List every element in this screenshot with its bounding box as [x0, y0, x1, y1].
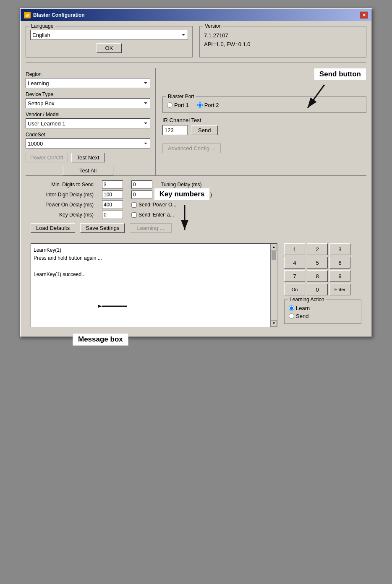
key-delay-input[interactable] — [102, 211, 123, 219]
send-power-checkbox[interactable] — [131, 202, 137, 208]
min-digits-label: Min. Digits to Send — [31, 182, 94, 188]
language-group-title: Language — [29, 23, 55, 29]
test-next-button[interactable]: Test Next — [71, 153, 105, 162]
save-settings-button[interactable]: Save Settings — [80, 223, 125, 233]
send-power-checkbox-label[interactable]: Send 'Power O... — [131, 202, 176, 208]
language-select[interactable]: English French German Spanish — [30, 30, 188, 40]
blaster-port-title: Blaster Port — [166, 94, 196, 99]
divider-bottom — [31, 238, 361, 238]
close-button[interactable]: ✕ — [360, 11, 368, 19]
device-type-select[interactable]: Settop Box TV DVD — [26, 98, 150, 108]
key-numbers-annotation-label: Key numbers — [159, 190, 205, 198]
advanced-config-button[interactable]: Advanced Config ... — [162, 143, 221, 153]
button-row: Power On/Off Test Next — [26, 153, 150, 162]
divider-top — [26, 63, 366, 63]
ir-channel-label: IR Channel Test — [162, 117, 366, 123]
scroll-track — [271, 250, 277, 320]
send-arrow-svg — [299, 81, 333, 114]
keypad-area: 1 2 3 4 5 6 7 8 9 On 0 Enter — [277, 243, 361, 327]
key-on[interactable]: On — [284, 284, 305, 295]
send-action-radio[interactable] — [289, 313, 294, 319]
learn-radio[interactable] — [289, 305, 294, 311]
left-panel: Region Learning USA Europe Device Type S… — [26, 68, 156, 175]
vendor-model-select[interactable]: User Learned 1 User Learned 2 — [26, 118, 150, 128]
key-9[interactable]: 9 — [329, 270, 350, 282]
key-7[interactable]: 7 — [284, 270, 305, 282]
key-6[interactable]: 6 — [329, 257, 350, 269]
key-numbers-arrow-svg — [172, 201, 197, 234]
message-area: LearnKey(1) Press and hold button again … — [31, 243, 277, 327]
message-line2: Press and hold button again ... — [34, 254, 274, 262]
title-bar-left: 📁 Blaster Configuration — [24, 12, 85, 18]
right-panel: Send button Blaster Port — [156, 68, 366, 175]
region-label: Region — [26, 71, 150, 77]
scroll-up-arrow[interactable]: ▲ — [271, 244, 277, 250]
key-enter[interactable]: Enter — [329, 284, 350, 295]
inter-digit-label: Inter-Digit Delay (ms) — [31, 192, 94, 198]
send-enter-checkbox-label[interactable]: Send 'Enter' a... — [131, 212, 174, 218]
port2-radio-label[interactable]: Port 2 — [197, 102, 219, 108]
port1-label: Port 1 — [174, 102, 189, 108]
key-5[interactable]: 5 — [307, 257, 328, 269]
key-numbers-annotation-box: Key numbers — [154, 188, 210, 201]
test-all-button[interactable]: Test All — [63, 166, 113, 175]
scroll-thumb — [272, 251, 276, 260]
port2-radio[interactable] — [197, 102, 203, 108]
message-box-annotation-label: Message box — [78, 335, 123, 343]
test-all-row: Test All — [26, 166, 150, 175]
learning-action-group: Learning Action Learn Send — [284, 300, 361, 324]
ir-channel-input[interactable] — [162, 125, 188, 135]
message-line3 — [34, 262, 274, 270]
version-text: 7.1.27107 API=1.0, FW=0.1.0 — [204, 31, 362, 49]
window-title: Blaster Configuration — [33, 12, 85, 18]
annotation-region: Send button — [162, 68, 366, 93]
language-group: Language English French German Spanish O… — [26, 26, 193, 57]
ok-button[interactable]: OK — [97, 43, 122, 53]
codeset-select[interactable]: 10000 10001 — [26, 138, 150, 149]
send-radio-label[interactable]: Send — [289, 313, 357, 319]
single-digit-input[interactable] — [131, 190, 152, 199]
codeset-label: CodeSet — [26, 132, 150, 138]
key-8[interactable]: 8 — [307, 270, 328, 282]
device-type-label: Device Type — [26, 91, 150, 97]
message-area-wrapper: LearnKey(1) Press and hold button again … — [31, 243, 277, 327]
port1-radio[interactable] — [167, 102, 172, 108]
message-scrollbar[interactable]: ▲ ▼ — [270, 244, 277, 327]
send-button[interactable]: Send — [191, 125, 218, 135]
bottom-section: Min. Digits to Send Tuning Delay (ms) In… — [26, 175, 366, 331]
power-on-off-button[interactable]: Power On/Off — [26, 153, 68, 162]
key-0[interactable]: 0 — [307, 284, 328, 295]
send-power-label: Send 'Power O... — [139, 202, 176, 208]
send-button-annotation-box: Send button — [314, 68, 366, 81]
message-line4: LearnKey(1) succeed... — [34, 271, 274, 279]
main-content: Region Learning USA Europe Device Type S… — [26, 68, 366, 175]
key-delay-label: Key Delay (ms) — [31, 212, 94, 218]
message-box-arrow-svg — [98, 294, 131, 319]
key-3[interactable]: 3 — [329, 243, 350, 255]
version-line1: 7.1.27107 — [204, 31, 362, 40]
learn-radio-label[interactable]: Learn — [289, 305, 357, 311]
scroll-down-arrow[interactable]: ▼ — [271, 320, 277, 327]
window-icon: 📁 — [24, 12, 31, 18]
inter-digit-input[interactable] — [102, 190, 123, 199]
send-action-label: Send — [296, 313, 308, 319]
learn-label: Learn — [296, 305, 310, 311]
key-4[interactable]: 4 — [284, 257, 305, 269]
region-select[interactable]: Learning USA Europe — [26, 78, 150, 88]
key-1[interactable]: 1 — [284, 243, 305, 255]
tuning-delay-input[interactable] — [131, 180, 152, 189]
power-on-delay-label: Power On Delay (ms) — [31, 202, 94, 208]
power-on-delay-input[interactable] — [102, 201, 123, 209]
message-box-annotation-box: Message box — [73, 333, 128, 346]
learning-action-title: Learning Action — [288, 297, 326, 302]
load-defaults-button[interactable]: Load Defaults — [31, 223, 75, 233]
send-button-annotation-label: Send button — [319, 70, 361, 78]
learning-button[interactable]: Learning ... — [130, 223, 171, 233]
keypad-grid: 1 2 3 4 5 6 7 8 9 On 0 Enter — [284, 243, 361, 295]
tuning-delay-label: Tuning Delay (ms) — [161, 182, 228, 188]
port1-radio-label[interactable]: Port 1 — [167, 102, 189, 108]
key-2[interactable]: 2 — [307, 243, 328, 255]
send-enter-checkbox[interactable] — [131, 212, 137, 218]
min-digits-input[interactable] — [102, 180, 123, 189]
version-line2: API=1.0, FW=0.1.0 — [204, 40, 362, 49]
